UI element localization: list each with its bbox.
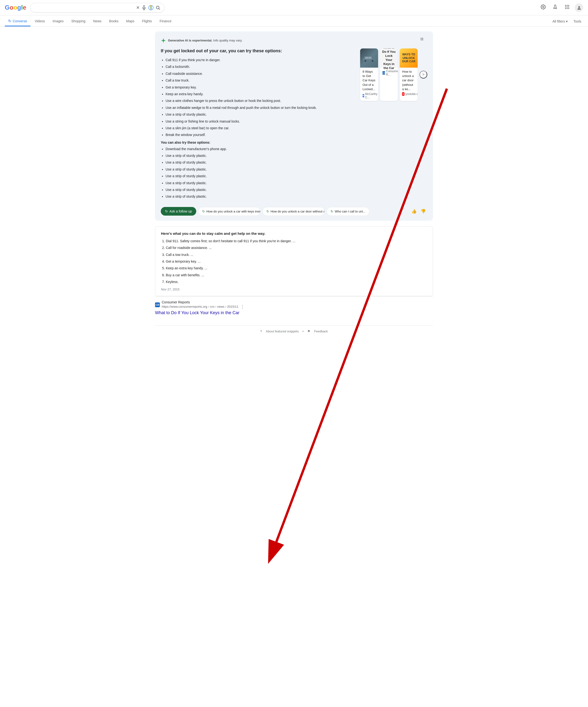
- snippet-list-item: Call a tow truck. ...: [166, 252, 427, 257]
- secondary-section-title: You can also try these options:: [161, 140, 355, 144]
- snippet-list-item: Keyless.: [166, 279, 427, 284]
- settings-button[interactable]: [539, 2, 548, 13]
- primary-option-item: Use a wire clothes hanger to press the u…: [166, 98, 355, 103]
- source-1-icon: M: [363, 94, 364, 97]
- primary-option-item: Call a tow truck.: [166, 78, 355, 83]
- result-url-row: https://www.consumerreports.org › cro › …: [162, 304, 245, 309]
- ai-menu-button[interactable]: [418, 36, 427, 44]
- header-right: [539, 2, 583, 13]
- svg-point-17: [578, 6, 580, 8]
- source-3-img-text: WAYS TO UNLOCK OUR CAR: [401, 52, 417, 64]
- about-icon: ?: [260, 330, 262, 333]
- svg-rect-16: [568, 8, 569, 9]
- account-button[interactable]: [575, 3, 583, 12]
- source-1-meta: M McCarthy C...: [363, 92, 376, 99]
- result-source-icon: CR: [155, 302, 160, 307]
- primary-option-item: Use a strip of sturdy plastic.: [166, 112, 355, 117]
- chevron-down-icon: ▾: [566, 20, 567, 23]
- search-input[interactable]: I got locked out of my car, what should …: [34, 5, 134, 10]
- feedback-link[interactable]: Feedback: [314, 330, 328, 333]
- nav-filters: All filters ▾ Tools: [550, 18, 583, 25]
- about-snippets-link[interactable]: About featured snippets: [266, 330, 299, 333]
- source-3-title: How to unlock a car door (without a ke..…: [402, 70, 415, 91]
- featured-snippet: Here's what you can do to stay calm and …: [155, 226, 433, 296]
- result-source-row: CR Consumer Reports https://www.consumer…: [155, 300, 433, 309]
- sources-next-button[interactable]: >: [419, 71, 427, 78]
- primary-options-list: Call 911 if you think you're in danger.C…: [161, 57, 355, 138]
- result-menu-button[interactable]: ⋮: [240, 304, 245, 309]
- svg-point-3: [150, 5, 152, 6]
- primary-option-item: Call a locksmith.: [166, 64, 355, 69]
- snippet-list-item: Call for roadside assistance. ...: [166, 245, 427, 250]
- tab-flights[interactable]: Flights: [139, 17, 155, 26]
- suggestion-2-button[interactable]: ↻ How do you unlock a car door without a…: [262, 207, 325, 216]
- source-card-2[interactable]: What to Do If You Lock Your Keys in the …: [380, 48, 398, 101]
- tab-images[interactable]: Images: [49, 17, 67, 26]
- search-button[interactable]: [155, 5, 160, 10]
- ai-header: Generative AI is experimental. Info qual…: [161, 36, 427, 44]
- suggestion-1-button[interactable]: ↻ How do you unlock a car with keys insi…: [198, 207, 260, 216]
- tab-converse[interactable]: ↻ Converse: [5, 16, 30, 26]
- source-2-image: What to Do If You Lock Your Keys in the …: [380, 48, 398, 68]
- clear-button[interactable]: ✕: [136, 5, 140, 10]
- mic-button[interactable]: [142, 5, 146, 10]
- source-1-title: 8 Ways to Get Car Keys Out of a Locked..…: [363, 70, 376, 91]
- search-result: CR Consumer Reports https://www.consumer…: [155, 296, 433, 321]
- svg-rect-9: [567, 5, 567, 6]
- bottom-bar: ? About featured snippets • ⚑ Feedback: [155, 326, 433, 337]
- snippet-list-item: Get a temporary key. ...: [166, 259, 427, 264]
- tab-videos[interactable]: Videos: [31, 17, 48, 26]
- nav-tabs: ↻ Converse Videos Images Shopping News B…: [0, 15, 588, 27]
- lens-button[interactable]: [148, 5, 154, 10]
- svg-rect-14: [565, 8, 566, 9]
- svg-rect-10: [568, 5, 569, 6]
- secondary-option-item: Use a strip of sturdy plastic.: [166, 180, 355, 186]
- source-card-3[interactable]: WAYS TO UNLOCK OUR CAR How to unlock a c…: [400, 48, 418, 101]
- tab-maps[interactable]: Maps: [123, 17, 138, 26]
- thumbs-up-button[interactable]: 👍: [410, 207, 418, 215]
- svg-rect-21: [422, 39, 423, 40]
- tab-finance[interactable]: Finance: [156, 17, 175, 26]
- all-filters-button[interactable]: All filters ▾: [550, 18, 569, 25]
- source-2-domain: Consumer R...: [386, 70, 398, 76]
- svg-rect-28: [369, 57, 371, 59]
- svg-rect-22: [421, 39, 422, 40]
- source-3-image: WAYS TO UNLOCK OUR CAR: [400, 48, 418, 68]
- ask-follow-up-button[interactable]: ↻ Ask a follow up: [161, 207, 196, 215]
- tools-button[interactable]: Tools: [572, 18, 583, 25]
- ai-text: If you get locked out of your car, you c…: [161, 48, 355, 202]
- google-logo: Google: [5, 4, 26, 11]
- converse-icon: ↻: [8, 19, 11, 23]
- apps-button[interactable]: [562, 2, 572, 13]
- result-url: https://www.consumerreports.org › cro › …: [162, 305, 238, 308]
- source-2-icon: CR: [382, 71, 385, 75]
- ai-header-left: Generative AI is experimental. Info qual…: [161, 38, 243, 43]
- separator: •: [302, 330, 303, 333]
- svg-marker-18: [161, 38, 166, 43]
- tab-shopping[interactable]: Shopping: [68, 17, 89, 26]
- suggestion-1-icon: ↻: [202, 210, 205, 213]
- svg-rect-13: [568, 6, 569, 7]
- primary-option-item: Keep an extra key handy.: [166, 91, 355, 97]
- ai-sources: 8 Ways to Get Car Keys Out of a Locked..…: [360, 48, 427, 202]
- svg-point-25: [365, 60, 367, 62]
- primary-option-item: Break the window yourself.: [166, 132, 355, 137]
- source-3-icon: [402, 92, 404, 96]
- tab-books[interactable]: Books: [106, 17, 122, 26]
- result-title[interactable]: What to Do If You Lock Your Keys in the …: [155, 310, 433, 315]
- tab-news[interactable]: News: [90, 17, 105, 26]
- source-1-image: [360, 48, 378, 68]
- primary-option-item: Use a string or fishing line to unlock m…: [166, 119, 355, 124]
- secondary-option-item: Use a strip of sturdy plastic.: [166, 153, 355, 158]
- source-3-body: How to unlock a car door (without a ke..…: [400, 68, 418, 98]
- primary-option-item: Use a slim jim (a steel bar) to open the…: [166, 126, 355, 131]
- secondary-option-item: Use a strip of sturdy plastic.: [166, 160, 355, 165]
- ai-icon: [161, 38, 166, 43]
- suggestion-3-button[interactable]: ↻ Who can I call to unl...: [327, 207, 369, 216]
- follow-up-row: ↻ Ask a follow up ↻ How do you unlock a …: [161, 207, 427, 216]
- snippet-list-item: Keep an extra key handy. ...: [166, 266, 427, 271]
- labs-button[interactable]: [551, 2, 560, 13]
- svg-line-5: [159, 8, 160, 9]
- thumbs-down-button[interactable]: 👎: [419, 207, 427, 215]
- source-card-1[interactable]: 8 Ways to Get Car Keys Out of a Locked..…: [360, 48, 378, 101]
